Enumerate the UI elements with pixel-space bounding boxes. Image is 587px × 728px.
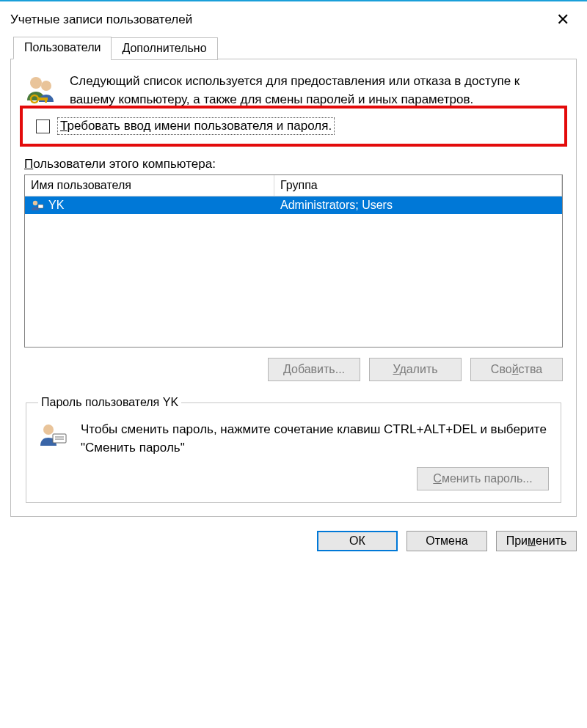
close-icon[interactable]: ✕ xyxy=(549,9,577,31)
svg-point-5 xyxy=(33,201,37,205)
svg-rect-8 xyxy=(53,434,66,443)
apply-button[interactable]: Применить xyxy=(496,531,577,551)
remove-button[interactable]: Удалить xyxy=(369,358,462,381)
cell-username: YK xyxy=(25,196,274,214)
require-credentials-highlight: Требовать ввод имени пользователя и паро… xyxy=(20,106,567,147)
column-header-name[interactable]: Имя пользователя xyxy=(25,175,274,196)
ok-button[interactable]: ОК xyxy=(317,531,398,551)
cancel-button[interactable]: Отмена xyxy=(406,531,487,551)
user-icon xyxy=(31,200,44,210)
properties-button[interactable]: Свойства xyxy=(470,358,563,381)
column-header-group[interactable]: Группа xyxy=(274,175,562,196)
password-legend: Пароль пользователя YK xyxy=(38,396,181,409)
dialog-buttons: ОК Отмена Применить xyxy=(0,518,587,551)
table-row[interactable]: YK Administrators; Users xyxy=(25,196,562,214)
titlebar: Учетные записи пользователей ✕ xyxy=(0,1,587,37)
svg-rect-4 xyxy=(45,98,47,103)
change-password-button[interactable]: Сменить пароль... xyxy=(417,467,549,490)
intro-row: Следующий список используется для предос… xyxy=(24,73,563,110)
svg-point-1 xyxy=(41,81,51,91)
username-text: YK xyxy=(48,199,64,212)
user-card-icon xyxy=(38,421,68,452)
tab-advanced[interactable]: Дополнительно xyxy=(111,37,217,60)
tab-panel-users: Следующий список используется для предос… xyxy=(10,59,577,517)
intro-text: Следующий список используется для предос… xyxy=(70,73,563,110)
tab-users[interactable]: Пользователи xyxy=(13,37,112,59)
tab-strip: Пользователи Дополнительно xyxy=(0,37,587,59)
user-buttons-row: Добавить... Удалить Свойства xyxy=(24,358,563,381)
users-list[interactable]: Имя пользователя Группа YK Administrator… xyxy=(24,174,563,348)
password-groupbox: Пароль пользователя YK Чтобы сменить пар… xyxy=(26,396,561,503)
require-credentials-checkbox[interactable] xyxy=(36,120,50,133)
users-list-header: Имя пользователя Группа xyxy=(25,175,562,196)
users-list-label: Пользователи этого компьютера: xyxy=(24,157,563,172)
cell-group: Administrators; Users xyxy=(274,196,562,214)
add-button[interactable]: Добавить... xyxy=(268,358,360,381)
users-keys-icon xyxy=(24,73,59,110)
svg-point-0 xyxy=(30,77,42,89)
svg-point-7 xyxy=(43,424,54,435)
window-title: Учетные записи пользователей xyxy=(10,12,192,27)
require-credentials-label[interactable]: Требовать ввод имени пользователя и паро… xyxy=(57,117,335,135)
svg-rect-6 xyxy=(38,205,43,208)
password-text: Чтобы сменить пароль, нажмите сочетание … xyxy=(81,421,549,457)
